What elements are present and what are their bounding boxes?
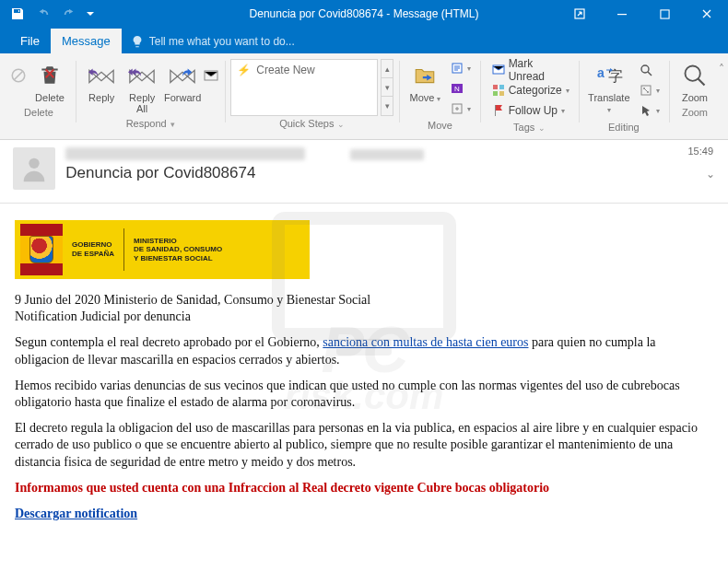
tab-file[interactable]: File bbox=[9, 29, 51, 53]
person-icon bbox=[18, 153, 50, 184]
ribbon: Delete Delete Reply Reply All Forward Re… bbox=[0, 53, 728, 140]
group-label-quick-steps: Quick Steps⌄ bbox=[230, 116, 393, 132]
infraction-notice: Informamos que usted cuenta con una Infr… bbox=[15, 480, 713, 496]
window-maximize-icon[interactable] bbox=[643, 0, 686, 28]
related-button[interactable]: ▾ bbox=[636, 81, 663, 99]
reply-all-label: Reply All bbox=[129, 92, 155, 114]
group-respond: Reply Reply All Forward Respond▾ bbox=[77, 57, 223, 139]
reply-button[interactable]: Reply bbox=[81, 59, 122, 105]
svg-point-22 bbox=[29, 158, 39, 169]
to-address-blurred bbox=[350, 149, 424, 160]
tell-me-search[interactable]: Tell me what you want to do... bbox=[122, 29, 304, 53]
reply-icon bbox=[87, 61, 116, 90]
title-bar: Denuncia por Covid808674 - Message (HTML… bbox=[0, 0, 728, 28]
create-new-label: Create New bbox=[256, 64, 314, 76]
svg-rect-10 bbox=[493, 85, 498, 89]
rules-button[interactable]: ▾ bbox=[447, 59, 475, 77]
actions-button[interactable]: ▾ bbox=[447, 99, 475, 118]
follow-up-button[interactable]: Follow Up ▾ bbox=[488, 101, 573, 120]
rules-icon bbox=[451, 62, 464, 75]
ministry-logo-banner: GOBIERNO DE ESPAÑA MINISTERIO DE SANIDAD… bbox=[15, 220, 310, 279]
save-icon[interactable] bbox=[6, 2, 29, 26]
svg-rect-11 bbox=[499, 85, 504, 89]
scroll-up-icon[interactable]: ▴ bbox=[382, 60, 393, 78]
actions-icon bbox=[451, 102, 464, 115]
select-button[interactable]: ▾ bbox=[636, 101, 663, 120]
collapse-ribbon-icon[interactable]: ˄ bbox=[719, 57, 724, 139]
group-zoom: Zoom Zoom bbox=[671, 57, 719, 139]
respond-more-button[interactable] bbox=[203, 59, 219, 92]
related-icon bbox=[640, 84, 652, 97]
group-tags: Mark Unread Categorize ▾ Follow Up ▾ Tag… bbox=[483, 57, 577, 139]
categorize-button[interactable]: Categorize ▾ bbox=[488, 81, 573, 99]
translate-label: Translate bbox=[588, 92, 629, 103]
flag-icon bbox=[492, 104, 505, 117]
forward-label: Forward bbox=[164, 92, 201, 103]
ribbon-tabs: File Message Tell me what you want to do… bbox=[0, 28, 728, 53]
lightbulb-icon bbox=[131, 35, 144, 48]
translate-button[interactable]: a字 Translate▾ bbox=[584, 59, 634, 117]
logo-gobierno-text: GOBIERNO DE ESPAÑA bbox=[72, 240, 114, 258]
reply-all-icon bbox=[127, 61, 157, 90]
received-time: 15:49 bbox=[687, 146, 713, 157]
svg-point-17 bbox=[641, 65, 649, 73]
message-header: Denuncia por Covid808674 15:49 ⌄ bbox=[0, 140, 728, 204]
redo-icon[interactable] bbox=[57, 2, 81, 26]
mark-unread-button[interactable]: Mark Unread bbox=[488, 61, 573, 79]
qat-customize-icon[interactable] bbox=[83, 2, 98, 26]
categorize-label: Categorize bbox=[509, 84, 562, 97]
translate-icon: a字 bbox=[594, 61, 624, 90]
group-editing: a字 Translate▾ ▾ ▾ Editing bbox=[581, 57, 667, 139]
group-label-respond: Respond▾ bbox=[81, 116, 219, 132]
message-body: GOBIERNO DE ESPAÑA MINISTERIO DE SANIDAD… bbox=[0, 204, 728, 548]
zoom-button[interactable]: Zoom bbox=[675, 59, 715, 105]
onenote-icon: N bbox=[451, 82, 464, 95]
lightning-icon: ⚡ bbox=[237, 64, 251, 76]
svg-rect-12 bbox=[493, 91, 498, 96]
group-move: Move ▾ ▾ N ▾ Move bbox=[401, 57, 478, 139]
svg-text:N: N bbox=[454, 85, 460, 93]
body-paragraph-1: Segun contempla el real decreto aprobado… bbox=[15, 334, 713, 367]
envelope-icon bbox=[492, 64, 505, 76]
spain-flag-icon bbox=[20, 224, 63, 275]
ignore-button[interactable] bbox=[7, 59, 29, 92]
more-envelope-icon bbox=[196, 61, 226, 90]
select-icon bbox=[640, 104, 652, 117]
message-subject: Denuncia por Covid808674 bbox=[65, 164, 305, 182]
expand-header-icon[interactable]: ⌄ bbox=[706, 168, 715, 181]
group-label-delete: Delete bbox=[7, 105, 70, 121]
find-icon bbox=[640, 64, 652, 76]
expand-gallery-icon[interactable]: ▾ bbox=[382, 97, 393, 115]
svg-point-21 bbox=[685, 66, 699, 81]
quick-steps-scroll[interactable]: ▴ ▾ ▾ bbox=[381, 59, 393, 116]
svg-text:a: a bbox=[597, 65, 605, 80]
mark-unread-label: Mark Unread bbox=[509, 57, 569, 83]
reply-all-button[interactable]: Reply All bbox=[122, 59, 162, 116]
body-line-2: Notification Judicial por denuncia bbox=[15, 309, 713, 325]
delete-icon bbox=[35, 61, 65, 90]
window-popout-icon[interactable] bbox=[558, 0, 601, 28]
sanction-link[interactable]: sanciona con multas de hasta cien euros bbox=[323, 335, 528, 349]
undo-icon[interactable] bbox=[31, 2, 55, 26]
coat-of-arms-icon bbox=[29, 236, 53, 263]
svg-rect-13 bbox=[499, 91, 504, 96]
tab-message[interactable]: Message bbox=[51, 29, 122, 53]
logo-ministerio-text: MINISTERIO DE SANIDAD, CONSUMO Y BIENEST… bbox=[134, 237, 222, 263]
zoom-icon bbox=[680, 61, 710, 90]
tell-me-label: Tell me what you want to do... bbox=[149, 35, 295, 48]
from-address-blurred bbox=[65, 147, 305, 160]
quick-steps-gallery[interactable]: ⚡ Create New bbox=[230, 59, 378, 116]
group-label-move: Move bbox=[405, 118, 475, 134]
delete-button[interactable]: Delete bbox=[29, 59, 70, 105]
svg-rect-14 bbox=[495, 105, 496, 116]
scroll-down-icon[interactable]: ▾ bbox=[382, 78, 393, 97]
move-button[interactable]: Move ▾ bbox=[405, 59, 445, 106]
find-button[interactable] bbox=[636, 61, 663, 79]
download-notification-link[interactable]: Descargar notification bbox=[15, 507, 137, 520]
window-minimize-icon[interactable] bbox=[601, 0, 643, 28]
categorize-icon bbox=[492, 84, 505, 97]
window-close-icon[interactable] bbox=[686, 0, 728, 28]
svg-rect-2 bbox=[660, 9, 668, 17]
move-folder-icon bbox=[410, 61, 440, 90]
onenote-button[interactable]: N bbox=[447, 79, 475, 98]
